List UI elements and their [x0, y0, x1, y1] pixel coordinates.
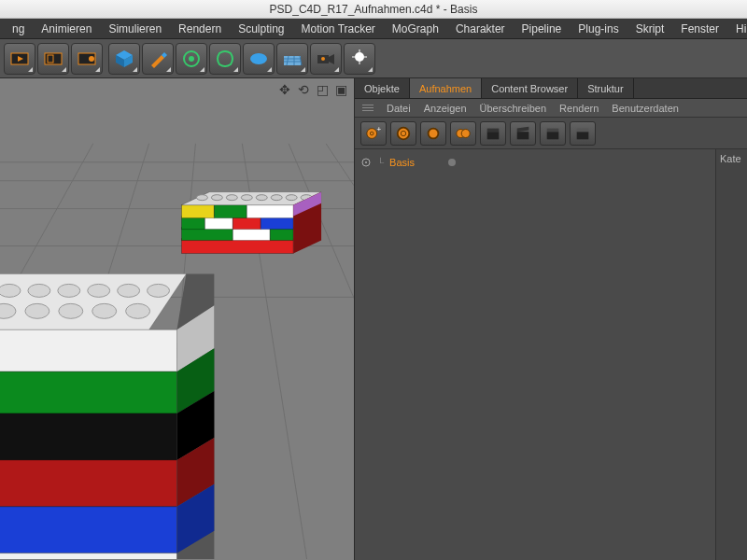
deformer-button[interactable]	[209, 43, 241, 75]
menu-item[interactable]: Rendern	[170, 19, 230, 39]
svg-marker-95	[517, 126, 529, 131]
menu-item[interactable]: ng	[4, 19, 33, 39]
target-icon	[360, 157, 372, 168]
svg-rect-75	[0, 507, 176, 553]
panel-menu-item[interactable]: Datei	[387, 103, 411, 114]
window-title: PSD_C4D_R17_Aufnahmen.c4d * - Basis	[270, 3, 478, 16]
svg-rect-45	[181, 205, 214, 218]
clapper-1-button[interactable]	[480, 121, 506, 146]
expand-icon[interactable]: └	[377, 158, 384, 168]
svg-point-68	[59, 303, 83, 318]
panel-menu-item[interactable]: Überschreiben	[480, 103, 547, 114]
tab-content-browser[interactable]: Content Browser	[482, 78, 578, 98]
cube-primitive-button[interactable]	[108, 43, 140, 75]
svg-rect-46	[214, 205, 247, 218]
menu-item[interactable]: Sculpting	[230, 19, 292, 39]
svg-point-54	[271, 195, 282, 201]
tree-right-column: Kate	[715, 149, 747, 560]
svg-marker-59	[0, 273, 186, 329]
svg-point-89	[429, 128, 439, 138]
clapper-3-button[interactable]	[540, 121, 566, 146]
menu-item[interactable]: Motion Tracker	[293, 19, 384, 39]
svg-rect-71	[0, 329, 176, 371]
tab-objekte[interactable]: Objekte	[355, 78, 410, 98]
svg-point-10	[189, 56, 194, 62]
svg-point-5	[89, 56, 94, 62]
menu-item[interactable]: Animieren	[33, 19, 100, 39]
window-titlebar: PSD_C4D_R17_Aufnahmen.c4d * - Basis	[0, 0, 747, 19]
tab-aufnahmen[interactable]: Aufnahmen	[410, 78, 482, 98]
svg-point-67	[25, 303, 49, 318]
take-override-button[interactable]	[420, 121, 446, 146]
tree-row[interactable]: └ Basis	[360, 153, 710, 172]
status-dot-icon	[448, 159, 456, 166]
menu-item[interactable]: Plug-ins	[570, 19, 627, 39]
menu-item[interactable]: MoGraph	[384, 19, 447, 39]
main-menubar: ng Animieren Simulieren Rendern Sculptin…	[0, 19, 747, 39]
svg-rect-97	[547, 128, 559, 132]
svg-point-65	[148, 284, 170, 297]
svg-point-64	[118, 284, 140, 297]
menu-item[interactable]: Pipeline	[514, 19, 571, 39]
camera-button[interactable]	[310, 43, 342, 75]
svg-rect-74	[0, 460, 176, 507]
panel-menu-item[interactable]: Benutzerdaten	[612, 103, 679, 114]
svg-rect-47	[247, 205, 293, 218]
environment-button[interactable]	[243, 43, 275, 75]
svg-point-53	[256, 195, 267, 201]
take-group-button[interactable]	[450, 121, 476, 146]
svg-marker-19	[329, 54, 334, 64]
svg-rect-93	[487, 128, 500, 132]
svg-rect-98	[577, 132, 589, 139]
svg-rect-12	[284, 56, 301, 65]
drag-handle-icon[interactable]	[362, 105, 374, 111]
spline-pen-button[interactable]	[142, 43, 174, 75]
svg-point-20	[321, 57, 325, 61]
svg-point-87	[401, 131, 405, 135]
right-panel: Objekte Aufnahmen Content Browser Strukt…	[355, 78, 747, 560]
svg-point-55	[286, 195, 297, 201]
svg-point-49	[196, 195, 207, 201]
menu-item[interactable]: Fenster	[672, 19, 727, 39]
svg-rect-92	[487, 132, 500, 139]
clapper-4-button[interactable]	[570, 121, 596, 146]
svg-rect-76	[0, 553, 176, 559]
takes-tree: └ Basis Kate	[355, 149, 747, 560]
svg-point-62	[58, 284, 80, 297]
svg-point-11	[250, 53, 267, 64]
menu-item[interactable]: Hilf	[727, 19, 747, 39]
floor-button[interactable]	[276, 43, 308, 75]
viewport-scene	[0, 78, 354, 559]
panel-menu-item[interactable]: Rendern	[559, 103, 599, 114]
panel-tabs: Objekte Aufnahmen Content Browser Strukt…	[355, 78, 747, 99]
render-region-button[interactable]	[37, 43, 69, 75]
clapper-2-button[interactable]	[510, 121, 536, 146]
generator-button[interactable]	[176, 43, 207, 75]
tab-struktur[interactable]: Struktur	[578, 78, 634, 98]
menu-item[interactable]: Simulieren	[100, 19, 170, 39]
svg-rect-96	[547, 132, 559, 139]
svg-point-51	[226, 195, 237, 201]
svg-point-70	[126, 303, 150, 318]
tree-body[interactable]: └ Basis	[355, 149, 715, 560]
svg-rect-73	[0, 413, 176, 460]
panel-toolbar: +	[355, 118, 747, 149]
column-header: Kate	[720, 153, 741, 164]
menu-item[interactable]: Skript	[627, 19, 673, 39]
render-settings-button[interactable]	[71, 43, 103, 75]
menu-item[interactable]: Charakter	[447, 19, 514, 39]
main-toolbar	[0, 39, 747, 78]
svg-point-61	[28, 284, 50, 297]
take-new-button[interactable]: +	[360, 121, 387, 146]
viewport-3d[interactable]: ✥ ⟲ ◰ ▣	[0, 78, 355, 560]
svg-point-84	[370, 132, 374, 135]
take-label[interactable]: Basis	[389, 157, 415, 168]
svg-point-69	[92, 303, 117, 318]
panel-menu-item[interactable]: Anzeigen	[424, 103, 467, 114]
svg-rect-72	[0, 371, 176, 413]
take-auto-button[interactable]	[390, 121, 416, 146]
svg-point-101	[365, 161, 367, 163]
light-button[interactable]	[344, 43, 375, 75]
render-button[interactable]	[4, 43, 35, 75]
svg-point-52	[241, 195, 252, 201]
